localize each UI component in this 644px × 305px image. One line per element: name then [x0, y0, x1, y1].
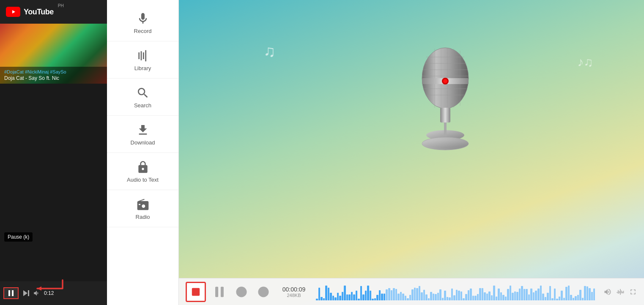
waveform-bar — [528, 294, 530, 300]
waveform-bar — [397, 294, 400, 300]
waveform-bar — [425, 294, 428, 300]
waveform-bar — [358, 299, 360, 300]
waveform-bar — [586, 286, 589, 300]
waveform-bar — [318, 288, 321, 300]
waveform-bar — [573, 298, 575, 300]
waveform-bar — [502, 295, 504, 300]
sidebar-item-radio[interactable]: Radio — [107, 190, 178, 227]
waveform-bar — [360, 286, 362, 300]
waveform-bar — [437, 293, 439, 300]
waveform-bar — [433, 294, 435, 300]
waveform-bar — [447, 297, 449, 300]
waveform-bar — [498, 289, 500, 300]
rec-size: 248KB — [287, 293, 301, 298]
waveform-bar — [516, 292, 518, 300]
waveform-bar — [453, 295, 455, 300]
waveform-bar — [505, 297, 507, 300]
waveform-bar — [393, 288, 395, 300]
waveform-bar — [549, 286, 551, 300]
waveform-bar — [533, 292, 535, 300]
waveform-bar — [593, 289, 595, 300]
waveform-bar — [402, 294, 404, 300]
waveform-bar — [379, 290, 381, 300]
waveform-bar — [339, 296, 341, 300]
waveform-bar — [486, 294, 488, 300]
waveform-bar — [325, 286, 327, 300]
waveform-bar — [381, 294, 383, 300]
rec-next-button[interactable] — [255, 283, 272, 300]
waveform-bar — [500, 292, 502, 300]
svg-point-21 — [443, 79, 447, 83]
waveform-bar — [570, 295, 572, 300]
pause-tooltip: Pause (k) — [4, 232, 33, 242]
waveform-bar — [519, 289, 521, 300]
yt-player-controls: 0:12 — [0, 281, 107, 305]
waveform-bar — [491, 295, 493, 300]
waveform-bar — [510, 286, 512, 300]
waveform-icon[interactable] — [616, 288, 625, 296]
waveform-bar — [400, 292, 402, 300]
sidebar-item-library[interactable]: Library — [107, 41, 178, 79]
main-content: ♫ ♪♫ — [179, 0, 644, 305]
rec-play-button[interactable] — [233, 283, 250, 300]
waveform-bar — [344, 286, 346, 300]
waveform-bar — [362, 294, 364, 300]
waveform-bar — [332, 296, 334, 300]
sidebar-item-download[interactable]: Download — [107, 116, 178, 153]
waveform-bar — [367, 286, 369, 300]
waveform-bar — [372, 299, 374, 300]
waveform-bar — [523, 289, 526, 300]
waveform-bar — [589, 288, 591, 300]
rec-pause-button[interactable] — [211, 283, 228, 300]
stop-button[interactable] — [186, 282, 206, 302]
waveform-bar — [451, 289, 453, 300]
waveform-bar — [468, 290, 470, 300]
waveform-bar — [423, 290, 425, 300]
waveform-bar — [458, 291, 460, 300]
waveform-bar — [330, 293, 332, 300]
sidebar-item-record[interactable]: Record — [107, 4, 178, 41]
waveform-bar — [565, 287, 567, 300]
volume-icon[interactable] — [603, 288, 612, 296]
waveform-bar — [579, 290, 581, 300]
waveform-bar — [547, 293, 549, 300]
sidebar-item-audio-to-text[interactable]: Audio to Text — [107, 153, 178, 190]
waveform-bar — [421, 292, 423, 300]
waveform-bar — [414, 288, 416, 300]
waveform-bar — [316, 299, 318, 300]
search-icon — [136, 86, 150, 100]
waveform-bar — [530, 289, 532, 300]
waveform-bar — [439, 289, 441, 300]
waveform-bar — [493, 286, 495, 300]
waveform-bar — [577, 295, 579, 300]
youtube-region: PH — [58, 3, 64, 8]
waveform-bar — [342, 292, 344, 300]
waveform-bar — [435, 294, 437, 300]
waveform-bar — [540, 286, 542, 300]
waveform-bar — [559, 297, 561, 300]
waveform-bar — [460, 291, 463, 300]
waveform — [316, 283, 595, 300]
waveform-bar — [346, 294, 348, 300]
waveform-bar — [353, 294, 355, 300]
svg-rect-24 — [444, 123, 447, 136]
sidebar-item-search[interactable]: Search — [107, 79, 178, 116]
sidebar-label-download: Download — [131, 139, 155, 146]
svg-rect-34 — [266, 290, 266, 294]
rec-time-info: 00:00:09 248KB — [277, 286, 311, 298]
waveform-bar — [474, 296, 477, 300]
waveform-bar — [405, 296, 407, 300]
rec-right-icons — [603, 288, 637, 296]
music-note-left: ♫ — [263, 42, 276, 60]
youtube-logo — [6, 7, 20, 17]
yt-pause-button[interactable] — [3, 287, 19, 299]
expand-icon[interactable] — [629, 288, 637, 296]
waveform-bar — [419, 286, 421, 300]
waveform-bar — [537, 289, 540, 300]
waveform-bar — [370, 291, 372, 300]
waveform-bar — [470, 289, 472, 300]
waveform-bar — [488, 291, 491, 300]
svg-rect-22 — [440, 108, 450, 123]
waveform-bar — [388, 288, 390, 300]
waveform-bar — [535, 291, 537, 300]
